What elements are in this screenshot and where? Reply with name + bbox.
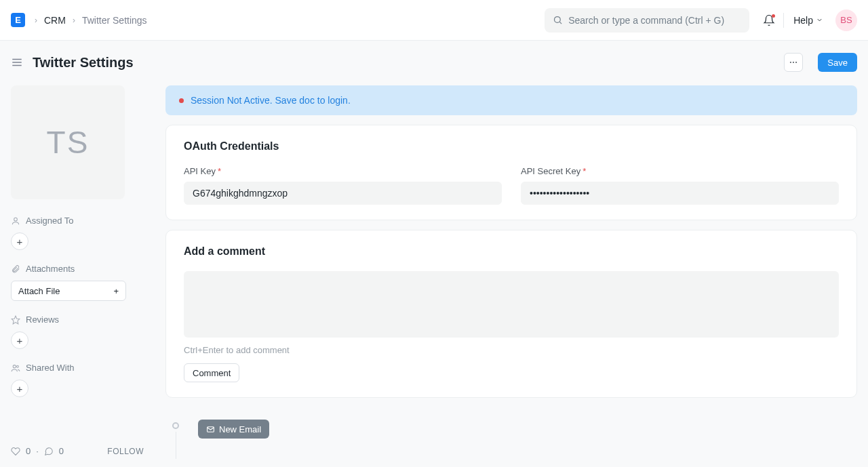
plus-icon: +	[113, 286, 119, 296]
app-logo[interactable]: E	[11, 13, 25, 27]
required-indicator: *	[218, 166, 221, 176]
thumbnail-initials: TS	[47, 124, 90, 161]
add-share-button[interactable]: +	[11, 380, 28, 397]
star-icon	[11, 315, 20, 325]
likes-count: 0	[26, 446, 31, 456]
comment-icon[interactable]	[44, 447, 54, 456]
shared-with-section: Shared With +	[11, 363, 144, 397]
svg-point-0	[555, 17, 561, 23]
svg-point-5	[790, 62, 791, 63]
api-secret-input[interactable]	[521, 182, 839, 205]
api-key-label: API Key	[184, 166, 216, 176]
help-label: Help	[793, 15, 813, 26]
divider	[783, 13, 784, 28]
search-input[interactable]	[568, 15, 741, 26]
api-key-field-group: API Key *	[184, 166, 502, 205]
comment-button[interactable]: Comment	[184, 363, 239, 382]
notifications-button[interactable]	[763, 14, 775, 26]
shared-with-label: Shared With	[26, 363, 75, 373]
users-icon	[11, 363, 20, 373]
comment-input[interactable]	[184, 271, 839, 338]
search-icon	[553, 15, 563, 25]
oauth-title: OAuth Credentials	[184, 140, 839, 153]
svg-line-1	[560, 22, 562, 24]
heart-icon[interactable]	[11, 447, 20, 456]
chevron-right-icon: ›	[35, 16, 37, 25]
attachments-section: Attachments Attach File +	[11, 264, 144, 301]
paperclip-icon	[11, 264, 20, 274]
api-secret-label: API Secret Key	[521, 166, 580, 176]
avatar-initials: BS	[840, 15, 852, 25]
svg-point-6	[793, 62, 794, 63]
session-alert: Session Not Active. Save doc to login.	[165, 85, 857, 115]
global-search[interactable]	[545, 8, 749, 33]
alert-text: Session Not Active. Save doc to login.	[191, 95, 351, 106]
dot-separator: ·	[36, 446, 39, 456]
chevron-right-icon: ›	[73, 16, 75, 25]
comments-count: 0	[59, 446, 64, 456]
breadcrumb: › CRM › Twitter Settings	[35, 15, 147, 26]
user-avatar[interactable]: BS	[835, 9, 857, 31]
main-content: Session Not Active. Save doc to login. O…	[165, 85, 857, 467]
svg-marker-9	[12, 316, 20, 324]
sidebar: TS Assigned To + Attachments	[11, 85, 144, 467]
follow-button[interactable]: FOLLOW	[107, 447, 144, 456]
attach-file-button[interactable]: Attach File +	[11, 281, 126, 301]
save-button[interactable]: Save	[818, 53, 857, 72]
page-header: Twitter Settings Save	[0, 41, 868, 85]
timeline: New Email	[165, 420, 857, 439]
comments-title: Add a comment	[184, 245, 839, 258]
reviews-section: Reviews +	[11, 314, 144, 349]
comments-card: Add a comment Ctrl+Enter to add comment …	[165, 230, 857, 398]
add-review-button[interactable]: +	[11, 331, 28, 349]
api-key-input[interactable]	[184, 182, 502, 205]
page-title: Twitter Settings	[33, 55, 134, 70]
reviews-label: Reviews	[26, 314, 59, 325]
assigned-to-section: Assigned To +	[11, 216, 144, 250]
timeline-dot-icon	[172, 422, 179, 429]
assigned-to-label: Assigned To	[26, 216, 74, 226]
attach-file-label: Attach File	[18, 286, 60, 296]
add-assignee-button[interactable]: +	[11, 232, 28, 250]
svg-point-10	[13, 365, 16, 367]
user-icon	[11, 216, 20, 226]
api-secret-field-group: API Secret Key *	[521, 166, 839, 205]
attachments-label: Attachments	[26, 264, 75, 274]
svg-point-8	[14, 218, 18, 221]
sidebar-footer: 0 · 0 FOLLOW	[11, 439, 144, 467]
breadcrumb-current: Twitter Settings	[82, 15, 147, 26]
new-email-button[interactable]: New Email	[198, 420, 269, 439]
svg-point-11	[16, 365, 18, 367]
chevron-down-icon	[816, 16, 823, 24]
required-indicator: *	[583, 166, 586, 176]
help-menu[interactable]: Help	[793, 15, 823, 26]
document-thumbnail[interactable]: TS	[11, 85, 125, 199]
new-email-label: New Email	[219, 424, 261, 434]
svg-point-7	[795, 62, 797, 63]
app-header: E › CRM › Twitter Settings Help BS	[0, 0, 868, 41]
oauth-credentials-card: OAuth Credentials API Key * API Secret K…	[165, 125, 857, 220]
status-dot-icon	[179, 98, 184, 103]
more-actions-button[interactable]	[784, 53, 803, 72]
menu-icon[interactable]	[11, 56, 23, 68]
mail-icon	[206, 425, 215, 434]
timeline-line	[176, 432, 176, 459]
breadcrumb-crm[interactable]: CRM	[44, 15, 66, 26]
logo-letter: E	[15, 15, 21, 25]
comment-hint: Ctrl+Enter to add comment	[184, 345, 839, 355]
